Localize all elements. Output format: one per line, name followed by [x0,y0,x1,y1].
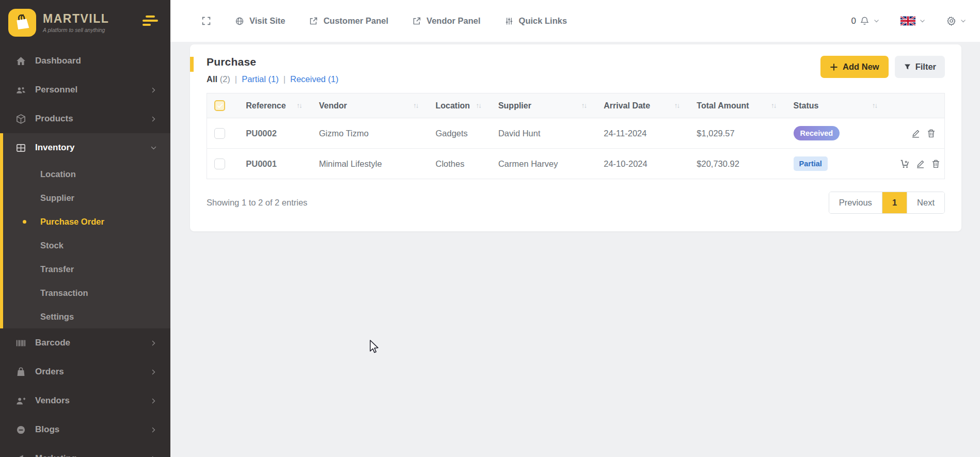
grid-icon [15,143,26,153]
plus-icon [830,63,838,71]
add-new-label: Add New [843,62,879,72]
sidebar-item-dashboard[interactable]: Dashboard [0,46,170,75]
column-label: Supplier [498,101,531,111]
sidebar-subitem-label: Location [40,169,76,179]
sort-icon[interactable]: ↑↓ [771,102,776,109]
delete-action-button[interactable] [926,129,936,138]
column-header-vendor[interactable]: Vendor↑↓ [314,93,431,118]
sort-icon[interactable]: ↑↓ [413,102,418,109]
sidebar-item-products[interactable]: Products [0,104,170,133]
tab-all[interactable]: All (2) [207,74,230,84]
chevron-right-icon [150,87,157,93]
brand-name: MARTVILL [43,12,109,25]
sidebar-item-blogs[interactable]: Blogs [0,415,170,444]
column-header-reference[interactable]: Reference↑↓ [241,93,313,118]
topbar-link-label: Visit Site [249,16,285,26]
brand-text: MARTVILL A platform to sell anything [43,12,109,33]
column-label: Reference [246,101,286,111]
sidebar-subitem-location[interactable]: Location [0,162,170,186]
sidebar-subitem-label: Purchase Order [40,217,104,227]
column-header-arrival-date[interactable]: Arrival Date↑↓ [598,93,691,118]
row-checkbox[interactable] [214,128,225,139]
tab-label: Received [290,74,326,84]
topbar-right: 0 [851,16,971,26]
status-badge: Partial [794,156,828,171]
page-button-current[interactable]: 1 [882,192,907,213]
table-body: PU0002Gizmo TizmoGadgetsDavid Hunt24-11-… [207,118,945,179]
notifications-button[interactable]: 0 [851,16,880,26]
home-icon [15,56,26,67]
column-header-total-amount[interactable]: Total Amount↑↓ [691,93,788,118]
table-row-pu0002: PU0002Gizmo TizmoGadgetsDavid Hunt24-11-… [207,118,945,149]
sidebar-toggle-icon[interactable] [143,15,158,28]
sidebar-subitem-transaction[interactable]: Transaction [0,281,170,305]
tab-count: (1) [266,74,279,84]
user-plus-icon [15,396,26,406]
language-selector[interactable] [900,16,926,26]
row-checkbox[interactable] [214,159,225,169]
bag-icon [15,367,26,377]
sort-icon[interactable]: ↑↓ [476,102,481,109]
sidebar-item-marketing[interactable]: Marketing [0,444,170,457]
sidebar-subitem-label: Supplier [40,193,74,203]
cell-vendor: Minimal Lifestyle [314,149,431,179]
sidebar-item-barcode[interactable]: Barcode [0,328,170,357]
topbar-link-quick-links[interactable]: Quick Links [504,16,567,26]
tab-received[interactable]: Received (1) [290,74,339,84]
sort-icon[interactable]: ↑↓ [296,102,302,109]
select-all-checkbox[interactable] [214,100,225,111]
table-row-pu0001: PU0001Minimal LifestyleClothesCarmen Har… [207,149,945,179]
fullscreen-icon[interactable] [201,16,211,26]
edit-action-button[interactable] [915,159,925,169]
sidebar-subitem-label: Stock [40,241,64,250]
sidebar-subitem-transfer[interactable]: Transfer [0,257,170,281]
purchase-card: Purchase All (2)|Partial (1)|Received (1… [190,44,961,231]
row-checkbox-cell [207,149,241,179]
page-button-previous[interactable]: Previous [829,192,882,213]
topbar-link-customer-panel[interactable]: Customer Panel [309,16,388,26]
cell-status: Partial [788,149,890,179]
filter-label: Filter [915,62,936,72]
sort-icon[interactable]: ↑↓ [674,102,679,109]
chevron-down-icon [873,18,880,24]
sidebar-item-orders[interactable]: Orders [0,357,170,386]
settings-menu-button[interactable] [946,16,967,26]
users-icon [15,85,26,96]
column-header-status[interactable]: Status↑↓ [788,93,890,118]
purchase-table: Reference↑↓Vendor↑↓Location↑↓Supplier↑↓A… [207,93,945,179]
card-actions: Add New Filter [820,56,945,78]
tab-separator: | [235,74,237,84]
column-label: Location [435,101,470,111]
page-title: Purchase [207,56,339,68]
sidebar-subitem-supplier[interactable]: Supplier [0,186,170,210]
tab-partial[interactable]: Partial (1) [242,74,279,84]
sort-icon[interactable]: ↑↓ [872,102,877,109]
sidebar-subitem-settings[interactable]: Settings [0,305,170,328]
card-header: Purchase All (2)|Partial (1)|Received (1… [207,56,945,84]
sort-icon[interactable]: ↑↓ [581,102,587,109]
sidebar-item-label: Orders [35,367,64,377]
cell-reference[interactable]: PU0002 [241,118,313,149]
sidebar-subitem-stock[interactable]: Stock [0,233,170,257]
cart-plus-action-button[interactable] [900,159,910,169]
topbar-link-vendor-panel[interactable]: Vendor Panel [412,16,481,26]
sidebar-item-vendors[interactable]: Vendors [0,386,170,415]
filter-button[interactable]: Filter [895,56,945,78]
sidebar-item-personnel[interactable]: Personnel [0,75,170,104]
page-button-next[interactable]: Next [907,192,944,213]
row-actions [889,149,944,179]
column-header-supplier[interactable]: Supplier↑↓ [493,93,598,118]
column-header-location[interactable]: Location↑↓ [430,93,493,118]
chevron-right-icon [150,369,157,375]
cell-reference[interactable]: PU0001 [241,149,313,179]
edit-action-button[interactable] [911,129,921,138]
globe-icon [235,17,244,26]
sidebar-item-inventory[interactable]: Inventory [0,133,170,162]
delete-action-button[interactable] [931,159,941,169]
status-badge: Received [794,126,840,140]
add-new-button[interactable]: Add New [820,56,889,78]
active-bullet-icon [23,220,26,224]
table-header: Reference↑↓Vendor↑↓Location↑↓Supplier↑↓A… [207,93,945,118]
topbar-link-visit-site[interactable]: Visit Site [235,16,285,26]
sidebar-subitem-purchase-order[interactable]: Purchase Order [0,210,170,233]
